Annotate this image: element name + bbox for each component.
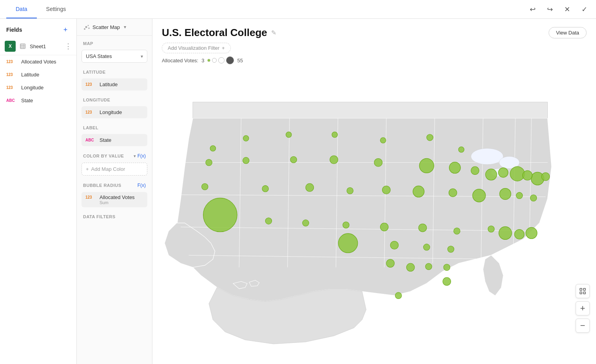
bubble-type-badge: 123 [85,195,96,199]
top-bar: Data Settings ↩ ↪ ✕ ✓ [0,0,596,19]
settings-panel: Scatter Map ▾ MAP USA States ▾ LATITUDE … [77,19,152,364]
bubble-wi [458,147,464,152]
svg-rect-26 [580,292,582,294]
bubble-ar [390,241,399,249]
chevron-down-icon: ▾ [141,54,143,59]
legend-row: Allocated Votes: 3 55 [152,53,596,64]
field-type-badge: ABC [6,98,17,103]
fields-add-button[interactable]: + [61,25,70,34]
field-state[interactable]: ABC State [0,94,76,107]
legend-label: Allocated Votes: [162,58,198,63]
redo-icon[interactable]: ↪ [544,4,555,15]
bubble-wa-n [243,136,249,141]
color-dropdown-chevron[interactable]: ▾ [134,154,136,159]
map-select-value: USA States [86,53,112,59]
undo-icon[interactable]: ↩ [527,4,538,15]
filter-bar: Add Visualization Filter + [152,39,596,53]
bubble-california [203,198,237,232]
field-type-badge: 123 [6,85,17,90]
bubble-ar2 [454,228,460,234]
bubble-ct [523,170,533,180]
bubble-ks [380,223,388,231]
label-field-slot[interactable]: ABC State [82,134,147,146]
fields-panel: Fields + X Sheet1 ⋮ 123 Allocated Votes [0,19,77,364]
check-icon[interactable]: ✓ [579,4,590,15]
field-type-badge: 123 [6,60,17,64]
scatter-map-header[interactable]: Scatter Map ▾ [77,19,152,36]
scatter-map-label: Scatter Map [92,24,120,30]
tab-settings[interactable]: Settings [37,0,76,18]
chart-title: U.S. Electoral College [162,27,267,39]
section-data-filters-label: DATA FILTERS [77,209,152,221]
field-type-badge: 123 [6,72,17,77]
sheet-icon [19,42,27,50]
map-visualization [152,66,596,364]
section-label-label: LABEL [77,120,152,132]
edit-title-icon[interactable]: ✎ [271,29,276,36]
legend-min-val: 3 [201,58,204,63]
svg-rect-24 [580,288,582,290]
file-menu-icon[interactable]: ⋮ [65,42,72,51]
svg-rect-25 [583,288,585,290]
add-filter-icon: + [222,45,225,51]
svg-point-7 [88,25,89,26]
legend-dot-1 [207,59,210,62]
field-longitude[interactable]: 123 Longitude [0,81,76,94]
bubble-ut [303,220,309,226]
add-map-color-button[interactable]: + Add Map Color [82,163,147,176]
color-fx-button[interactable]: F(x) [138,153,146,159]
bubble-mn-n [427,134,433,141]
longitude-field-slot[interactable]: 123 Longitude [82,106,147,118]
bubble-texas [338,234,357,253]
map-controls: + − [576,284,590,333]
latitude-type-badge: 123 [85,82,96,87]
bubble-tx-s [395,292,402,299]
legend-max-val: 55 [237,58,243,63]
zoom-out-button[interactable]: − [576,319,590,333]
bubble-nd-n [380,138,386,143]
bubble-ia [382,186,391,194]
bubble-ky [449,189,457,197]
section-bubble-label: BUBBLE RADIUS [83,183,121,188]
tab-data[interactable]: Data [6,0,37,18]
fields-title: Fields [6,27,22,33]
bubble-radius-section: BUBBLE RADIUS F(x) [77,177,152,190]
field-label: State [21,98,33,103]
zoom-in-button[interactable]: + [576,301,590,315]
bubble-radius-sub: Sum [100,200,143,205]
bubble-md [530,195,536,201]
section-color-label: COLOR BY VALUE [83,154,124,158]
bubble-tn2 [488,226,494,232]
latitude-field-slot[interactable]: 123 Latitude [82,78,147,91]
view-data-button[interactable]: View Data [549,27,587,38]
fullscreen-button[interactable] [576,284,590,298]
map-select-dropdown[interactable]: USA States ▾ [82,50,147,63]
field-allocated-votes[interactable]: 123 Allocated Votes [0,55,76,68]
scatter-dropdown-chevron[interactable]: ▾ [124,24,126,30]
svg-point-8 [88,27,90,29]
svg-point-6 [85,26,87,28]
add-color-label: Add Map Color [91,166,125,172]
close-icon[interactable]: ✕ [562,4,572,15]
bubble-or-n [210,145,216,151]
bubble-radius-name: Allocated Votes [100,194,135,200]
bubble-co [343,222,349,228]
bubble-mi [449,162,460,174]
latitude-field-label: Latitude [100,81,118,87]
add-filter-button[interactable]: Add Visualization Filter + [162,43,231,53]
bubble-ca-n [202,183,208,190]
bubble-radius-field-slot[interactable]: 123 Allocated Votes Sum [82,192,147,207]
bubble-in [471,167,479,175]
legend-dot-4 [226,56,234,64]
bubble-oh [485,169,497,180]
bubble-sd [347,188,353,194]
bubble-mo [413,186,424,197]
bubble-fx-button[interactable]: F(x) [138,183,146,188]
map-container[interactable]: + − [152,64,596,364]
field-label: Allocated Votes [21,59,56,65]
bubble-ms [426,263,432,270]
label-field-label: State [100,137,111,143]
bubble-mt [262,185,268,192]
bubble-nd [330,156,338,164]
field-latitude[interactable]: 123 Latitude [0,68,76,81]
